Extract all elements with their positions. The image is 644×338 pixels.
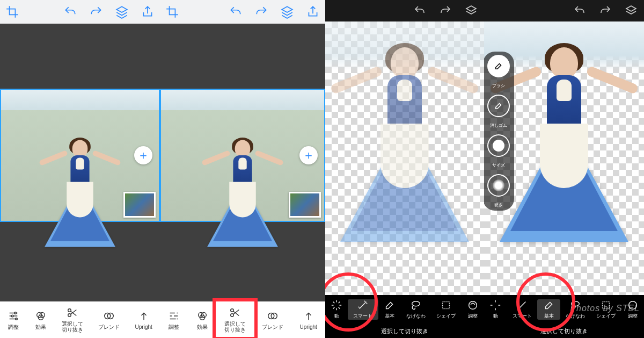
panel-2: ＋ 調整 効果 選択して 切り抜き ブレンド Upright <box>160 0 325 338</box>
tool-label: シェイプ <box>436 313 456 320</box>
scissors-icon <box>229 307 241 319</box>
upright-icon <box>138 310 150 322</box>
bottom-toolbar: 調整 効果 選択して 切り抜き ブレンド Upright <box>0 301 160 338</box>
sliders-icon <box>8 310 19 322</box>
add-layer-button[interactable]: ＋ <box>134 146 152 164</box>
tool-cutout[interactable]: 選択して 切り抜き <box>216 307 254 333</box>
layers-icon[interactable] <box>625 4 638 17</box>
undo-icon[interactable] <box>573 4 586 17</box>
top-toolbar <box>0 0 160 24</box>
palette-eraser[interactable] <box>487 95 510 117</box>
top-toolbar <box>160 0 325 24</box>
mode-title: 選択して切り抜き <box>325 324 484 338</box>
tool-label: 動 <box>334 313 339 320</box>
upright-icon <box>303 310 314 322</box>
layer-thumbnail[interactable] <box>289 192 321 218</box>
tool-effects[interactable]: 効果 <box>188 310 216 330</box>
layers-icon[interactable] <box>115 5 129 19</box>
svg-point-7 <box>68 314 71 317</box>
share-icon[interactable] <box>141 5 155 19</box>
panel-4: ブラシ 消しゴム サイズ 硬さ 動 スマート 基本 なげなわ シェイプ 調整 選… <box>484 0 644 338</box>
tool-auto[interactable]: 動 <box>325 299 348 320</box>
undo-icon[interactable] <box>63 5 77 19</box>
brush-palette: ブラシ 消しゴム サイズ 硬さ <box>484 52 514 211</box>
watermark: Photos by STEL <box>570 304 640 313</box>
tool-blend[interactable]: ブレンド <box>91 310 127 330</box>
tool-label: Upright <box>135 324 152 330</box>
tool-label: なげなわ <box>406 313 426 320</box>
tool-upright[interactable]: Upright <box>291 310 325 330</box>
tool-label: 動 <box>493 313 498 320</box>
redo-icon[interactable] <box>439 4 452 17</box>
tool-lasso[interactable]: なげなわ <box>401 299 431 320</box>
brush-icon <box>543 299 555 311</box>
tool-adjust[interactable]: 調整 <box>0 310 27 330</box>
tool-label: なげなわ <box>566 313 585 320</box>
tool-label: 調整 <box>468 313 478 320</box>
brush-icon <box>384 299 396 311</box>
tool-upright[interactable]: Upright <box>127 310 160 330</box>
layers-icon[interactable] <box>465 4 478 17</box>
palette-label: 硬さ <box>494 203 503 207</box>
tool-refine[interactable]: 調整 <box>462 299 484 320</box>
tool-label: スマート <box>513 313 532 320</box>
bottom-toolbar: 調整 効果 選択して 切り抜き ブレンド Upright <box>160 301 325 338</box>
svg-point-6 <box>68 309 71 312</box>
panel-3: 動 スマート 基本 なげなわ シェイプ 調整 選択して切り抜き <box>325 0 484 338</box>
tool-basic[interactable]: 基本 <box>537 299 560 320</box>
tool-effects[interactable]: 効果 <box>27 310 54 330</box>
share-icon[interactable] <box>306 5 320 19</box>
tool-adjust[interactable]: 調整 <box>160 310 188 330</box>
tool-label: ブレンド <box>98 324 120 330</box>
top-toolbar-dark <box>484 0 644 21</box>
tool-label: 調整 <box>169 324 179 330</box>
undo-icon[interactable] <box>413 4 426 17</box>
bottom-toolbar-dark: 動 スマート 基本 なげなわ シェイプ 調整 選択して切り抜き <box>325 295 484 338</box>
tool-label: 基本 <box>544 313 554 320</box>
tool-label: 効果 <box>35 324 46 330</box>
svg-point-19 <box>469 301 477 310</box>
svg-point-17 <box>412 301 420 306</box>
undo-icon[interactable] <box>229 5 243 19</box>
palette-size[interactable] <box>487 134 510 157</box>
crop-icon[interactable] <box>165 5 179 19</box>
tool-auto[interactable]: 動 <box>484 299 507 320</box>
palette-hardness[interactable] <box>487 174 510 197</box>
tool-cutout[interactable]: 選択して 切り抜き <box>54 307 91 333</box>
svg-point-13 <box>231 309 234 312</box>
cutout-canvas[interactable] <box>325 21 484 295</box>
palette-label: 消しゴム <box>490 124 507 128</box>
tool-label: 調整 <box>628 313 638 320</box>
redo-icon[interactable] <box>599 4 612 17</box>
palette-label: ブラシ <box>492 84 505 88</box>
tool-shape[interactable]: シェイプ <box>431 299 461 320</box>
redo-icon[interactable] <box>254 5 268 19</box>
crop-icon[interactable] <box>5 5 19 19</box>
layer-thumbnail[interactable] <box>123 192 156 218</box>
refine-icon <box>467 299 479 311</box>
tool-basic[interactable]: 基本 <box>378 299 401 320</box>
blend-icon <box>267 310 279 322</box>
layers-icon[interactable] <box>280 5 294 19</box>
effects-icon <box>196 310 208 322</box>
shape-icon <box>440 299 452 311</box>
svg-rect-18 <box>443 302 450 309</box>
palette-brush[interactable] <box>487 55 510 77</box>
redo-icon[interactable] <box>89 5 103 19</box>
tool-smart[interactable]: スマート <box>348 299 378 320</box>
tool-blend[interactable]: ブレンド <box>254 310 291 330</box>
lasso-icon <box>410 299 422 311</box>
tool-label: 調整 <box>8 324 19 330</box>
scissors-icon <box>67 307 78 319</box>
wand-icon <box>516 299 528 311</box>
tool-smart[interactable]: スマート <box>507 299 538 320</box>
canvas-image[interactable]: ＋ <box>0 89 160 222</box>
bottom-toolbar-dark: 動 スマート 基本 なげなわ シェイプ 調整 選択して切り抜き <box>484 295 644 338</box>
top-toolbar-dark <box>325 0 484 21</box>
tool-label: シェイプ <box>596 313 616 320</box>
svg-point-14 <box>231 314 234 317</box>
canvas-image[interactable]: ＋ <box>160 89 325 222</box>
tool-label: 選択して 切り抜き <box>62 321 83 333</box>
add-layer-button[interactable]: ＋ <box>299 146 318 164</box>
auto-icon <box>489 299 501 311</box>
